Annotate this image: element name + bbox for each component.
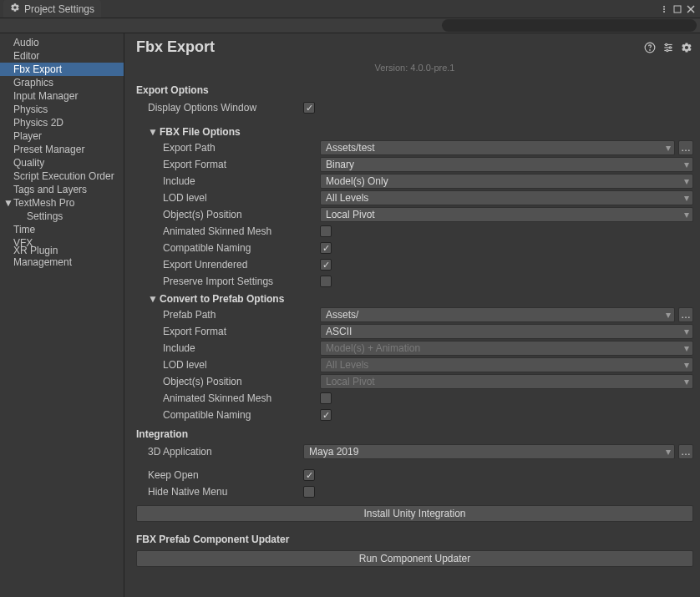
sidebar-item-label: Input Manager (13, 90, 78, 102)
install-unity-integration-button[interactable]: Install Unity Integration (136, 505, 693, 522)
svg-point-14 (669, 46, 671, 48)
dropdown-prefab-export-format[interactable]: ASCII ▾ (320, 324, 693, 339)
label-animated-skinned-mesh: Animated Skinned Mesh (136, 225, 303, 237)
dropdown-objects-position[interactable]: Local Pivot ▾ (320, 207, 693, 222)
sidebar-item-preset-manager[interactable]: Preset Manager (0, 143, 124, 156)
sidebar-item-label: Physics (13, 104, 48, 115)
gear-icon[interactable] (680, 41, 693, 54)
titlebar: Project Settings (0, 0, 700, 18)
search-input[interactable] (442, 19, 697, 32)
sidebar-item-label: Preset Manager (13, 144, 84, 155)
sidebar-item-quality[interactable]: Quality (0, 156, 124, 169)
run-component-updater-button[interactable]: Run Component Updater (136, 550, 693, 567)
sidebar-item-label: TextMesh Pro (13, 197, 74, 209)
sidebar-item-label: Audio (13, 37, 39, 48)
chevron-down-icon: ▼ (148, 293, 158, 305)
sidebar-item-label: Time (13, 224, 35, 235)
browse-button-3d-application[interactable]: … (678, 444, 693, 459)
svg-point-0 (663, 6, 665, 8)
foldout-fbx-file-options[interactable]: ▼ FBX File Options (148, 126, 693, 138)
sidebar-item-label: Editor (13, 50, 39, 62)
titlebar-tab[interactable]: Project Settings (3, 0, 101, 18)
checkbox-display-options-window[interactable] (303, 102, 315, 114)
browse-button-prefab-path[interactable]: … (678, 307, 693, 322)
chevron-down-icon: ▾ (684, 326, 689, 337)
sidebar-item-physics[interactable]: Physics (0, 103, 124, 116)
svg-rect-3 (674, 6, 681, 13)
sidebar-item-player[interactable]: Player (0, 129, 124, 143)
sidebar-item-label: Script Execution Order (13, 170, 114, 182)
label-prefab-animated-skinned-mesh: Animated Skinned Mesh (136, 392, 303, 404)
sidebar-item-script-execution-order[interactable]: Script Execution Order (0, 169, 124, 183)
version-text: Version: 4.0.0-pre.1 (136, 63, 693, 73)
foldout-convert-to-prefab[interactable]: ▼ Convert to Prefab Options (148, 293, 693, 305)
checkbox-prefab-animated-skinned-mesh[interactable] (320, 392, 332, 404)
checkbox-compatible-naming[interactable] (320, 242, 332, 254)
dropdown-3d-application[interactable]: Maya 2019 ▾ (303, 444, 675, 459)
dropdown-prefab-lod-level[interactable]: All Levels ▾ (320, 357, 693, 372)
checkbox-keep-open[interactable] (303, 469, 315, 481)
svg-point-9 (650, 49, 651, 50)
dropdown-lod-level[interactable]: All Levels ▾ (320, 190, 693, 205)
gear-icon (10, 3, 20, 15)
label-prefab-objects-position: Object(s) Position (136, 376, 303, 387)
search-row (0, 18, 700, 33)
sidebar-item-settings[interactable]: Settings (0, 210, 124, 223)
settings-sliders-icon[interactable] (662, 41, 675, 54)
section-export-options: Export Options (136, 84, 693, 96)
sidebar-item-label: Fbx Export (13, 63, 62, 75)
chevron-down-icon: ▾ (666, 309, 671, 321)
section-fbx-prefab-updater: FBX Prefab Component Updater (136, 534, 693, 545)
sidebar: AudioEditorFbx ExportGraphicsInput Manag… (0, 33, 124, 597)
help-icon[interactable] (643, 41, 657, 54)
label-compatible-naming: Compatible Naming (136, 242, 303, 254)
checkbox-animated-skinned-mesh[interactable] (320, 225, 332, 237)
label-export-format: Export Format (136, 159, 303, 170)
sidebar-item-audio[interactable]: Audio (0, 36, 124, 49)
section-integration: Integration (136, 428, 693, 440)
sidebar-item-label: Physics 2D (13, 117, 63, 129)
dropdown-export-path[interactable]: Assets/test ▾ (320, 140, 675, 155)
label-prefab-lod-level: LOD level (136, 359, 303, 371)
label-3d-application: 3D Application (136, 446, 303, 458)
browse-button-export-path[interactable]: … (678, 140, 693, 155)
sidebar-item-tags-and-layers[interactable]: Tags and Layers (0, 183, 124, 196)
sidebar-item-label: Settings (27, 210, 63, 222)
kebab-icon[interactable] (658, 3, 670, 15)
checkbox-export-unrendered[interactable] (320, 259, 332, 271)
chevron-down-icon: ▾ (684, 376, 689, 387)
close-icon[interactable] (685, 3, 697, 15)
svg-point-13 (666, 43, 667, 45)
dropdown-export-format[interactable]: Binary ▾ (320, 157, 693, 172)
sidebar-item-time[interactable]: Time (0, 223, 124, 236)
sidebar-item-label: XR Plugin Management (13, 245, 119, 268)
sidebar-item-textmesh-pro[interactable]: ▼TextMesh Pro (0, 196, 124, 210)
label-objects-position: Object(s) Position (136, 209, 303, 220)
chevron-down-icon: ▾ (684, 209, 689, 220)
sidebar-item-label: Graphics (13, 77, 53, 89)
label-prefab-path: Prefab Path (136, 309, 303, 321)
sidebar-item-fbx-export[interactable]: Fbx Export (0, 63, 124, 76)
label-display-options-window: Display Options Window (136, 102, 303, 114)
maximize-icon[interactable] (672, 3, 683, 15)
window-title: Project Settings (24, 3, 94, 15)
dropdown-prefab-objects-position[interactable]: Local Pivot ▾ (320, 374, 693, 389)
chevron-down-icon: ▾ (684, 159, 689, 170)
dropdown-prefab-include[interactable]: Model(s) + Animation ▾ (320, 341, 693, 356)
sidebar-item-graphics[interactable]: Graphics (0, 76, 124, 89)
sidebar-item-editor[interactable]: Editor (0, 49, 124, 63)
dropdown-include[interactable]: Model(s) Only ▾ (320, 174, 693, 189)
checkbox-prefab-compatible-naming[interactable] (320, 409, 332, 421)
sidebar-item-input-manager[interactable]: Input Manager (0, 89, 124, 103)
label-lod-level: LOD level (136, 192, 303, 204)
label-prefab-include: Include (136, 342, 303, 354)
checkbox-preserve-import-settings[interactable] (320, 276, 332, 287)
checkbox-hide-native-menu[interactable] (303, 486, 315, 498)
chevron-down-icon: ▾ (684, 192, 689, 204)
chevron-down-icon: ▼ (148, 126, 158, 138)
svg-point-15 (667, 49, 668, 51)
dropdown-prefab-path[interactable]: Assets/ ▾ (320, 307, 675, 322)
svg-point-1 (663, 8, 665, 10)
sidebar-item-physics-2d[interactable]: Physics 2D (0, 116, 124, 129)
sidebar-item-xr-plugin-management[interactable]: XR Plugin Management (0, 250, 124, 263)
